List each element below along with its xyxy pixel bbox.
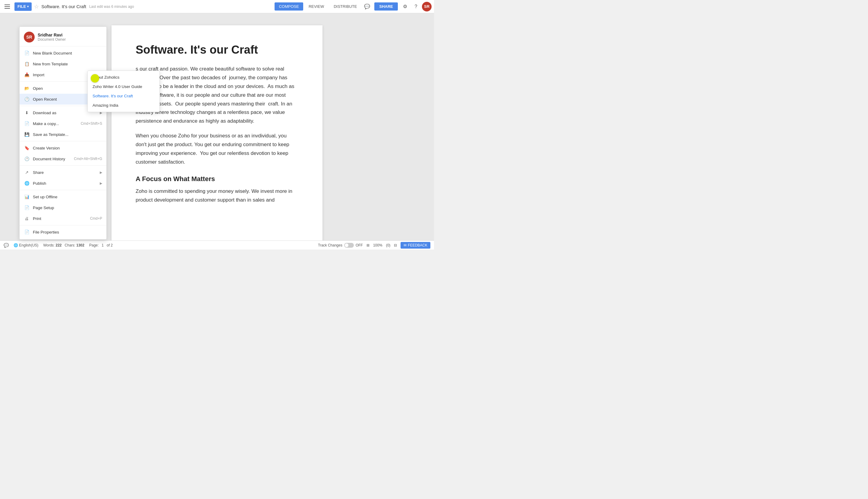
menu-item-create-version[interactable]: 🔖 Create Version xyxy=(20,143,106,154)
page-of: of 2 xyxy=(107,243,113,247)
hamburger-button[interactable] xyxy=(2,2,12,11)
menu-item-new-blank[interactable]: 📄 New Blank Document xyxy=(20,48,106,59)
doc-history-label: Document History xyxy=(33,157,65,161)
menu-item-print[interactable]: 🖨 Print Cmd+P xyxy=(20,213,106,224)
doc-title: Software. It's our Craft xyxy=(41,4,86,9)
create-version-label: Create Version xyxy=(33,146,60,150)
menu-user-name: Sridhar Ravi xyxy=(38,33,66,37)
open-icon: 📂 xyxy=(24,85,30,91)
help-icon-btn[interactable]: ? xyxy=(411,2,421,11)
feedback-button[interactable]: ✉ FEEDBACK xyxy=(401,242,430,248)
make-copy-shortcut: Cmd+Shift+S xyxy=(81,121,102,126)
menu-divider-4 xyxy=(20,166,106,166)
new-blank-label: New Blank Document xyxy=(33,51,72,56)
doc-history-icon: 🕐 xyxy=(24,156,30,162)
main-area: Software. It's our Craft s our craft and… xyxy=(0,13,434,250)
open-recent-label: Open Recent xyxy=(33,97,57,101)
page-setup-icon: 📄 xyxy=(24,205,30,211)
comment-status-icon[interactable]: 💬 xyxy=(4,243,9,248)
menu-item-page-setup[interactable]: 📄 Page Setup xyxy=(20,202,106,213)
recent-item-4[interactable]: Amazing India xyxy=(88,101,159,110)
save-template-icon: 💾 xyxy=(24,131,30,137)
settings-icon-btn[interactable]: ⚙ xyxy=(400,2,410,11)
menu-user-info: Sridhar Ravi Document Owner xyxy=(38,33,66,41)
make-copy-icon: 📄 xyxy=(24,121,30,126)
file-label: FILE xyxy=(17,4,26,9)
tab-distribute[interactable]: DISTRIBUTE xyxy=(329,2,361,11)
avatar[interactable]: SR xyxy=(422,2,431,11)
download-as-label: Download as xyxy=(33,111,56,115)
share-button[interactable]: SHARE xyxy=(374,2,398,11)
zoom-level[interactable]: 100% xyxy=(373,243,382,247)
menu-item-publish[interactable]: 🌐 Publish ▶ xyxy=(20,178,106,188)
last-edit-text: Last edit was 6 minutes ago xyxy=(89,4,134,9)
import-icon: 📥 xyxy=(24,72,30,78)
publish-icon: 🌐 xyxy=(24,180,30,186)
recent-item-3[interactable]: Software. It's our Craft xyxy=(88,91,159,101)
hamburger-icon xyxy=(4,4,10,9)
menu-item-file-properties[interactable]: 📄 File Properties xyxy=(20,227,106,238)
file-menu-button[interactable]: FILE ▾ xyxy=(14,2,32,11)
open-recent-icon: 🕐 xyxy=(24,96,30,102)
import-label: Import xyxy=(33,73,44,77)
menu-item-set-up-offline[interactable]: 📊 Set up Offline xyxy=(20,191,106,202)
comments-count[interactable]: (0) xyxy=(386,243,391,247)
track-changes-toggle: Track Changes OFF xyxy=(318,243,363,248)
new-template-label: New from Template xyxy=(33,62,68,66)
feedback-label: FEEDBACK xyxy=(408,243,427,247)
print-icon: 🖨 xyxy=(24,216,30,221)
grid-view-icon[interactable]: ⊟ xyxy=(394,243,397,247)
save-template-label: Save as Template... xyxy=(33,132,69,137)
track-changes-off-label: OFF xyxy=(356,243,363,247)
star-icon[interactable]: ☆ xyxy=(34,3,39,10)
track-changes-label: Track Changes xyxy=(318,243,342,247)
status-right: Track Changes OFF ⊞ 100% (0) ⊟ ✉ FEEDBAC… xyxy=(318,242,430,248)
toolbar: FILE ▾ ☆ Software. It's our Craft Last e… xyxy=(0,0,434,13)
share-arrow: ▶ xyxy=(100,171,102,174)
set-up-offline-icon: 📊 xyxy=(24,194,30,200)
yellow-circle-indicator xyxy=(91,74,99,83)
create-version-icon: 🔖 xyxy=(24,145,30,151)
menu-item-share[interactable]: ↗ Share ▶ xyxy=(20,167,106,178)
status-bar: 💬 🌐 English(US) Words: 222 Chars: 1302 P… xyxy=(0,241,434,250)
recent-item-2[interactable]: Zoho Writer 4.0 User Guide xyxy=(88,82,159,91)
download-as-icon: ⬇ xyxy=(24,110,30,116)
new-blank-icon: 📄 xyxy=(24,50,30,56)
feedback-icon: ✉ xyxy=(404,243,406,247)
print-shortcut: Cmd+P xyxy=(90,216,102,221)
publish-arrow: ▶ xyxy=(100,181,102,185)
page-current: 1 xyxy=(101,243,104,247)
comment-icon-btn[interactable]: 💬 xyxy=(362,2,372,11)
publish-label: Publish xyxy=(33,181,46,186)
menu-avatar: SR xyxy=(24,32,35,42)
tab-review[interactable]: REVIEW xyxy=(304,2,328,11)
document-page: Software. It's our Craft s our craft and… xyxy=(111,25,322,250)
new-template-icon: 📋 xyxy=(24,61,30,67)
doc-para-2: When you choose Zoho for your business o… xyxy=(136,132,298,167)
file-properties-label: File Properties xyxy=(33,230,59,234)
menu-divider-6 xyxy=(20,225,106,226)
file-properties-icon: 📄 xyxy=(24,229,30,235)
grid-icon[interactable]: ⊞ xyxy=(366,243,369,247)
menu-user-header: SR Sridhar Ravi Document Owner xyxy=(20,29,106,46)
doc-heading: Software. It's our Craft xyxy=(136,44,298,56)
share-label: Share xyxy=(33,170,44,175)
word-count-label: Words: 222 Chars: 1302 xyxy=(43,243,84,247)
chars-count: 1302 xyxy=(76,243,84,247)
open-label: Open xyxy=(33,86,43,91)
print-label: Print xyxy=(33,216,41,221)
status-left: 💬 🌐 English(US) Words: 222 Chars: 1302 P… xyxy=(4,243,113,248)
tab-compose[interactable]: COMPOSE xyxy=(274,2,303,11)
doc-history-shortcut: Cmd+Alt+Shift+G xyxy=(74,157,102,161)
make-copy-label: Make a copy... xyxy=(33,121,59,126)
menu-item-new-template[interactable]: 📋 New from Template xyxy=(20,59,106,69)
menu-divider-5 xyxy=(20,190,106,190)
menu-item-save-template[interactable]: 💾 Save as Template... xyxy=(20,129,106,140)
menu-item-make-copy[interactable]: 📄 Make a copy... Cmd+Shift+S xyxy=(20,118,106,129)
menu-item-doc-history[interactable]: 🕐 Document History Cmd+Alt+Shift+G xyxy=(20,154,106,164)
file-arrow: ▾ xyxy=(27,5,29,8)
share-icon: ↗ xyxy=(24,169,30,175)
word-count: 222 xyxy=(56,243,62,247)
language-label: 🌐 English(US) xyxy=(14,243,38,247)
track-changes-switch[interactable] xyxy=(344,243,354,248)
